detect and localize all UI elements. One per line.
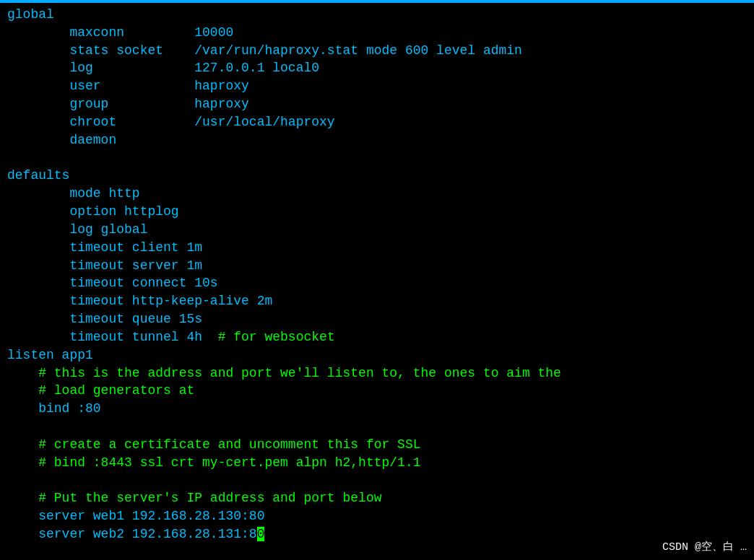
line-comment5: # Put the server's IP address and port b… (7, 489, 747, 507)
line-empty3 (7, 472, 747, 490)
line-timeout-server: timeout server 1m (7, 257, 747, 275)
line-empty2 (7, 418, 747, 436)
line-comment1: # this is the address and port we'll lis… (7, 364, 747, 382)
line-daemon: daemon (7, 131, 747, 149)
line-timeout-queue: timeout queue 15s (7, 310, 747, 328)
line-server-web2: server web2 192.168.28.131:80 (7, 525, 747, 543)
line-stats-socket: stats socket /var/run/haproxy.stat mode … (7, 42, 747, 60)
line-comment3: # create a certificate and uncomment thi… (7, 436, 747, 454)
line-server-web1: server web1 192.168.28.130:80 (7, 507, 747, 525)
line-maxconn: maxconn 10000 (7, 24, 747, 42)
line-comment4: # bind :8443 ssl crt my-cert.pem alpn h2… (7, 454, 747, 472)
line-option: option httplog (7, 203, 747, 221)
line-timeout-client: timeout client 1m (7, 239, 747, 257)
line-bind: bind :80 (7, 400, 747, 418)
line-chroot: chroot /usr/local/haproxy (7, 113, 747, 131)
line-listen: listen app1 (7, 346, 747, 364)
line-timeout-tunnel: timeout tunnel 4h # for websocket (7, 328, 747, 346)
line-defaults: defaults (7, 167, 747, 185)
line-log-global: log global (7, 221, 747, 239)
terminal: global maxconn 10000 stats socket /var/r… (0, 0, 754, 560)
line-empty1 (7, 149, 747, 167)
line-group: group haproxy (7, 95, 747, 113)
top-bar (0, 0, 754, 3)
line-mode: mode http (7, 185, 747, 203)
line-log: log 127.0.0.1 local0 (7, 59, 747, 77)
line-global: global (7, 6, 747, 24)
line-timeout-keep-alive: timeout http-keep-alive 2m (7, 292, 747, 310)
line-timeout-connect: timeout connect 10s (7, 274, 747, 292)
bottom-bar: CSDN @空、白 … (662, 541, 747, 556)
line-comment2: # load generators at (7, 382, 747, 400)
cursor: 0 (257, 527, 265, 541)
line-user: user haproxy (7, 77, 747, 95)
